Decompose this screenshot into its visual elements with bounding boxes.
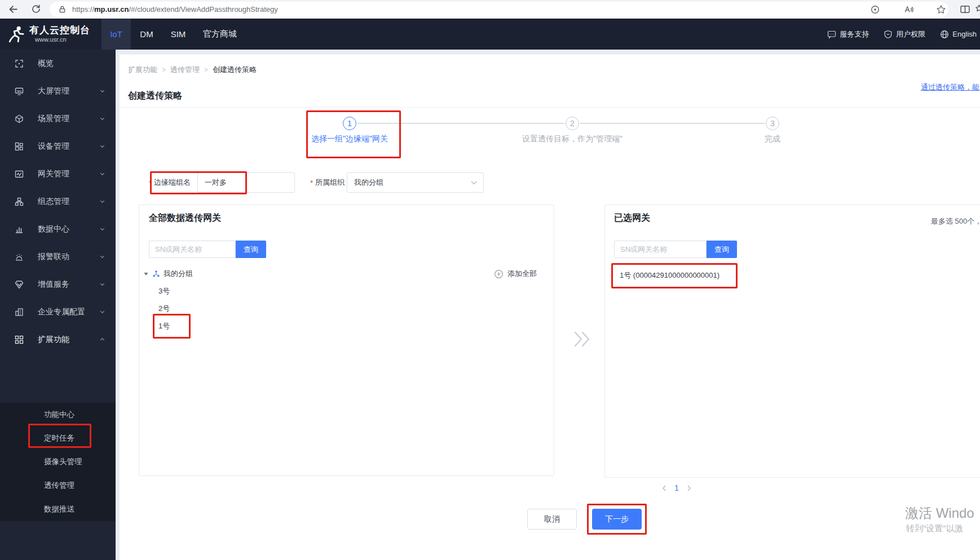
title-divider bbox=[120, 107, 980, 108]
windows-activation-watermark: 激活 Windo bbox=[905, 504, 974, 522]
sidebar-item-passthrough-mgmt[interactable]: 透传管理 bbox=[0, 474, 116, 497]
overview-icon bbox=[15, 59, 24, 68]
tab-dm[interactable]: DM bbox=[131, 19, 162, 50]
sidebar-subitem-label: 数据推送 bbox=[44, 504, 74, 514]
tab-mall[interactable]: 官方商城 bbox=[194, 19, 246, 50]
sidebar-item-camera-mgmt[interactable]: 摄像头管理 bbox=[0, 450, 116, 474]
refresh-icon[interactable] bbox=[31, 4, 41, 14]
transfer-right-icon[interactable] bbox=[571, 329, 593, 349]
page-number-current[interactable]: 1 bbox=[674, 483, 679, 492]
selected-gateways-panel: 已选网关 最多选 500个， 查询 1号 (000042910000000000… bbox=[604, 205, 980, 478]
back-icon[interactable] bbox=[8, 4, 19, 15]
sidebar-item-extend[interactable]: 扩展功能 bbox=[0, 326, 116, 353]
chevron-down-icon bbox=[99, 198, 105, 205]
next-step-button[interactable]: 下一步 bbox=[592, 509, 642, 530]
add-all-button[interactable]: 添加全部 bbox=[494, 266, 537, 282]
sidebar-item-data-push[interactable]: 数据推送 bbox=[0, 497, 116, 521]
sidebar-item-label: 网关管理 bbox=[38, 169, 69, 179]
favorite-star-icon[interactable] bbox=[936, 5, 946, 15]
tree-expand-caret-icon[interactable] bbox=[143, 271, 149, 277]
tree-item-2[interactable]: 2号 bbox=[158, 301, 170, 317]
tree-item-label: 3号 bbox=[158, 286, 170, 296]
selected-gateways-search: 查询 bbox=[614, 241, 737, 258]
chevron-up-icon bbox=[99, 336, 105, 343]
step-3-label: 完成 bbox=[750, 134, 795, 144]
tree-root-row[interactable]: 我的分组 bbox=[143, 266, 193, 282]
user-permission[interactable]: 用户权限 bbox=[884, 29, 925, 39]
org-select[interactable]: 我的分组 bbox=[347, 172, 484, 193]
tab-label: 官方商城 bbox=[203, 29, 237, 39]
language-switch[interactable]: English bbox=[940, 30, 977, 39]
tab-label: DM bbox=[140, 29, 153, 39]
sidebar-item-datacenter[interactable]: 数据中心 bbox=[0, 215, 116, 243]
read-aloud-icon[interactable] bbox=[904, 5, 914, 15]
tree-item-3[interactable]: 3号 bbox=[158, 283, 170, 299]
usr-logo-icon bbox=[7, 25, 27, 44]
group-name-input[interactable] bbox=[197, 172, 295, 193]
selected-search-input[interactable] bbox=[614, 241, 707, 258]
screen: https://mp.usr.cn/#/cloud/extend/ViewAdd… bbox=[0, 0, 980, 560]
step-1-label: 选择一组"边缘端"网关 bbox=[299, 134, 400, 144]
gateway-search-button[interactable]: 查询 bbox=[236, 241, 266, 258]
selected-gateway-label: 1号 (00004291000000000001) bbox=[620, 270, 719, 281]
sidebar-item-overview[interactable]: 概览 bbox=[0, 50, 116, 77]
sidebar-subitem-label: 功能中心 bbox=[44, 410, 74, 420]
sidebar-item-bigscreen[interactable]: 大屏管理 bbox=[0, 77, 116, 105]
tab-sim[interactable]: SIM bbox=[162, 19, 194, 50]
breadcrumb-passthrough[interactable]: 透传管理 bbox=[170, 65, 200, 75]
selected-gateway-item[interactable]: 1号 (00004291000000000001) bbox=[620, 268, 719, 282]
step-2-circle: 2 bbox=[566, 117, 579, 130]
sidebar-item-label: 大屏管理 bbox=[38, 86, 69, 96]
sidebar-item-scene[interactable]: 场景管理 bbox=[0, 105, 116, 132]
product-tabs: IoT DM SIM 官方商城 bbox=[101, 19, 246, 50]
sidebar-item-enterprise[interactable]: 企业专属配置 bbox=[0, 298, 116, 326]
chevron-down-icon bbox=[99, 115, 105, 122]
tree-root-label: 我的分组 bbox=[164, 269, 193, 279]
sidebar-item-device[interactable]: 设备管理 bbox=[0, 132, 116, 160]
chevron-down-icon bbox=[99, 88, 105, 94]
top-navbar: 有人云控制台 www.usr.cn IoT DM SIM 官方商城 服务支持 用… bbox=[0, 19, 980, 50]
tree-item-1[interactable]: 1号 bbox=[158, 318, 170, 334]
sidebar-item-alarm[interactable]: 报警联动 bbox=[0, 243, 116, 270]
configuration-icon bbox=[15, 197, 24, 206]
sidebar-item-label: 设备管理 bbox=[38, 141, 69, 152]
sidebar-item-gateway[interactable]: 网关管理 bbox=[0, 160, 116, 188]
sidebar-subitem-label: 摄像头管理 bbox=[44, 457, 82, 467]
strategy-help-link[interactable]: 通过透传策略，能 bbox=[921, 82, 979, 92]
alarm-icon bbox=[15, 252, 24, 261]
gateway-search-input[interactable] bbox=[149, 241, 236, 258]
favorites-bar-icon[interactable] bbox=[975, 4, 980, 15]
step-1-circle: 1 bbox=[343, 117, 356, 130]
page-prev-icon[interactable] bbox=[661, 484, 668, 492]
send-to-device-icon[interactable] bbox=[870, 5, 880, 15]
select-caret-icon bbox=[470, 179, 478, 186]
sidebar-item-label: 增值服务 bbox=[38, 279, 69, 290]
selected-search-button[interactable]: 查询 bbox=[707, 241, 737, 258]
sidebar-item-scheduled-tasks[interactable]: 定时任务 bbox=[0, 426, 116, 450]
url-path: /#/cloud/extend/ViewAddPassthroughStrate… bbox=[129, 5, 277, 14]
app-subtitle: www.usr.cn bbox=[35, 36, 67, 43]
split-screen-icon[interactable] bbox=[960, 4, 970, 15]
group-name-label: * 边缘端组名 bbox=[149, 172, 191, 193]
page-next-icon[interactable] bbox=[686, 484, 692, 492]
field-label-text: 边缘端组名 bbox=[154, 177, 191, 188]
sidebar-subitem-label: 透传管理 bbox=[44, 481, 74, 491]
all-gateways-title: 全部数据透传网关 bbox=[149, 212, 221, 224]
tab-label: SIM bbox=[171, 29, 186, 39]
cancel-button[interactable]: 取消 bbox=[527, 509, 577, 530]
tree-item-label: 2号 bbox=[158, 304, 170, 314]
url-bar[interactable]: https://mp.usr.cn/#/cloud/extend/ViewAdd… bbox=[50, 2, 948, 17]
datacenter-icon bbox=[15, 225, 24, 234]
tab-iot[interactable]: IoT bbox=[101, 19, 131, 50]
sidebar-subitem-label: 定时任务 bbox=[44, 433, 74, 443]
sidebar-item-function-center[interactable]: 功能中心 bbox=[0, 403, 116, 426]
url-text[interactable]: https://mp.usr.cn/#/cloud/extend/ViewAdd… bbox=[72, 5, 278, 14]
sidebar-submenu-extend: 功能中心 定时任务 摄像头管理 透传管理 数据推送 bbox=[0, 403, 116, 521]
service-support[interactable]: 服务支持 bbox=[827, 29, 869, 39]
sidebar-item-configuration[interactable]: 组态管理 bbox=[0, 188, 116, 215]
globe-icon bbox=[940, 30, 949, 39]
breadcrumb-extend[interactable]: 扩展功能 bbox=[128, 65, 157, 75]
sidebar-item-label: 概览 bbox=[38, 59, 54, 69]
breadcrumb-separator: > bbox=[162, 66, 166, 74]
sidebar-item-vas[interactable]: 增值服务 bbox=[0, 270, 116, 298]
